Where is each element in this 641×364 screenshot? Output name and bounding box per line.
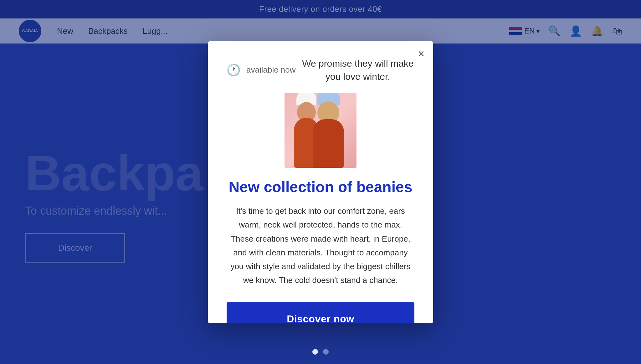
modal-backdrop: × 🕐 available now We promise they will m…: [0, 0, 641, 364]
modal-header: 🕐 available now We promise they will mak…: [227, 57, 414, 83]
page-background: Free delivery on orders over 40€ CABAIA …: [0, 0, 641, 364]
people-figure: [285, 93, 356, 168]
clock-icon: 🕐: [227, 64, 241, 77]
modal-tagline: We promise they will make you love winte…: [301, 57, 414, 83]
modal-availability-badge: available now: [246, 65, 296, 75]
modal-image-container: [227, 93, 414, 168]
modal-product-image: [285, 93, 356, 168]
modal-description: It's time to get back into our comfort z…: [227, 204, 414, 287]
modal-cta-button[interactable]: Discover now: [227, 302, 414, 323]
modal-close-button[interactable]: ×: [418, 48, 424, 59]
modal: × 🕐 available now We promise they will m…: [208, 41, 433, 323]
modal-title: New collection of beanies: [227, 179, 414, 196]
person2-body: [313, 119, 344, 168]
